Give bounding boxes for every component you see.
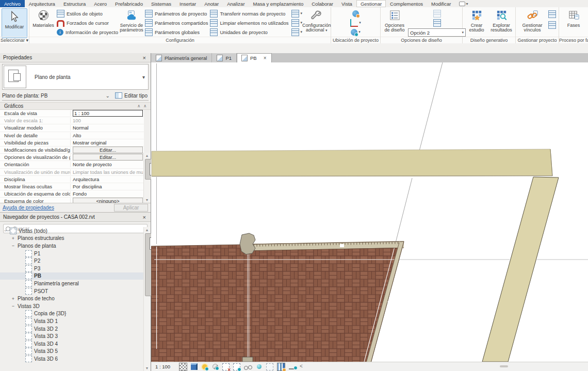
tree-expander[interactable] [11, 296, 15, 301]
panel-label-seleccionar[interactable]: Seleccionar ▾ [0, 37, 29, 43]
ribbon-tab[interactable]: Archivo [0, 0, 25, 7]
tree-item[interactable]: P1 [0, 250, 144, 257]
temporary-hide-isolate-icon[interactable] [244, 366, 248, 370]
ribbon-small-button[interactable]: ▾ [349, 18, 362, 27]
tree-item[interactable]: Vista 3D 4 [0, 340, 144, 348]
ribbon-tab[interactable]: Sistemas [147, 0, 175, 7]
ribbon-small-button[interactable]: ▾ [290, 27, 303, 37]
reveal-hidden-elements-icon[interactable] [257, 364, 262, 369]
properties-scrollbar[interactable]: ▲ ▼ [143, 153, 150, 203]
tree-expander[interactable] [11, 243, 15, 248]
ribbon-list-button[interactable]: Parámetros compartidos [145, 18, 208, 27]
design-option-pick-icon[interactable] [433, 19, 441, 27]
property-row[interactable]: Nivel de detalle Alto [0, 132, 144, 139]
scroll-up-icon[interactable]: ▲ [144, 227, 150, 233]
ribbon-list-button[interactable]: Estilos de objeto [57, 9, 118, 18]
ribbon-tab[interactable]: Analizar [223, 0, 249, 7]
shadows-icon[interactable] [213, 364, 218, 369]
property-row[interactable]: Ubicación de esquema de color Fondo [0, 190, 144, 198]
parameters-service-button[interactable]: Servicio de parámetros [119, 8, 144, 34]
tree-item[interactable]: Planos estructurales [0, 235, 144, 243]
visual-style-icon[interactable] [191, 363, 198, 370]
section-graficos[interactable]: Gráficos ∧∧ [0, 102, 151, 110]
manage-images-icon[interactable] [548, 10, 556, 18]
ribbon-small-button[interactable]: ▾ [350, 27, 362, 37]
materials-button[interactable]: Materiales [31, 8, 56, 29]
ribbon-tab[interactable]: Modificar [427, 0, 455, 7]
property-row[interactable]: Visualización de unión de muros Limpiar … [0, 169, 144, 176]
tree-item[interactable]: Vista 3D 3 [0, 332, 144, 340]
explore-outcomes-button[interactable]: Explorar resultados [489, 8, 514, 34]
type-selector[interactable]: Plano de planta ▾ [2, 64, 149, 90]
tree-item[interactable]: PSOT [0, 287, 144, 295]
ribbon-list-button[interactable]: Transferir normas de proyecto [210, 9, 288, 18]
tree-item[interactable]: Vista 3D 5 [0, 348, 144, 356]
phases-button[interactable]: Fases [561, 8, 586, 29]
view-tab[interactable]: PB × [237, 53, 272, 62]
decal-types-icon[interactable] [548, 21, 556, 29]
tree-item[interactable]: Planimetría general [0, 280, 144, 287]
tree-expander[interactable] [11, 236, 15, 241]
ribbon-list-button[interactable]: Información de proyecto [57, 27, 118, 37]
ribbon-tab[interactable]: Insertar [175, 0, 200, 7]
property-row[interactable]: Opciones de visualización de gr... Edita… [0, 154, 144, 161]
ribbon-list-button[interactable]: Parámetros globales [145, 27, 208, 37]
property-row[interactable]: Mostrar líneas ocultas Por disciplina [0, 183, 144, 190]
crop-view-icon[interactable] [222, 363, 230, 370]
ribbon-list-button[interactable]: Forzados de cursor [57, 18, 118, 27]
panel-label-fases[interactable]: Proceso por fases [559, 37, 588, 43]
temporary-view-properties-icon[interactable] [266, 363, 273, 370]
ribbon-tab[interactable]: Masa y emplazamiento [249, 0, 308, 7]
panel-label-generativo[interactable]: Diseño generativo [463, 37, 515, 43]
modify-button[interactable]: Modificar [2, 8, 27, 38]
property-row[interactable]: Visibilidad de piezas Mostrar original [0, 139, 144, 147]
edit-type-button[interactable]: Editar tipo [114, 92, 149, 99]
ribbon-list-button[interactable]: Parámetros de proyecto [145, 9, 208, 18]
apply-button[interactable]: Aplicar [114, 204, 148, 212]
tree-item[interactable]: Vista 3D 2 [0, 325, 144, 333]
ribbon-small-button[interactable]: ▾ [290, 9, 303, 18]
ribbon-tab[interactable]: Vista [337, 0, 356, 7]
view-tab[interactable]: P1 × [212, 53, 237, 62]
view-scale[interactable]: 1 : 100 [155, 364, 170, 369]
tree-item[interactable]: Planos de techo [0, 295, 144, 302]
ribbon-tab[interactable]: Arquitectura [25, 0, 59, 7]
design-options-button[interactable]: Opciones de diseño [382, 8, 407, 34]
property-row[interactable]: Modificaciones de visibilidad/g... Edita… [0, 147, 144, 154]
ribbon-list-button[interactable]: Limpiar elementos no utilizados [210, 18, 288, 27]
close-icon[interactable]: × [141, 55, 148, 61]
sun-path-icon[interactable] [202, 364, 207, 369]
collapse-view-bar-icon[interactable] [300, 363, 304, 370]
design-option-dropdown[interactable]: Opción 2▾ [408, 28, 466, 37]
property-row[interactable]: Disciplina Arquitectura [0, 176, 144, 183]
close-icon[interactable]: × [141, 214, 148, 220]
tree-item[interactable]: PB [0, 272, 144, 280]
manage-links-button[interactable]: Gestionar vínculos [517, 8, 547, 34]
scroll-up-icon[interactable]: ▲ [144, 153, 150, 158]
tree-expander[interactable] [3, 228, 8, 233]
floor-plan-view[interactable] [151, 62, 588, 362]
ribbon-display-toggle[interactable]: ▾ [455, 0, 472, 7]
ribbon-tab[interactable]: Acero [90, 0, 111, 7]
ribbon-tab[interactable]: Colaborar [307, 0, 337, 7]
panel-label-ubicacion[interactable]: Ubicación de proyecto [331, 37, 380, 43]
property-row[interactable]: Orientación Norte de proyecto [0, 161, 144, 168]
close-tab-icon[interactable]: × [264, 55, 267, 61]
tree-item[interactable]: Vista 3D 1 [0, 317, 144, 325]
properties-help-link[interactable]: Ayuda de propiedades [3, 205, 54, 211]
browser-scrollbar[interactable]: ▲ ▼ [143, 227, 150, 371]
instance-selector[interactable]: Plano de planta: PB ⌄ Editar tipo [2, 91, 149, 101]
ribbon-tab[interactable]: Complementos [386, 0, 427, 7]
tree-item[interactable]: Copia de {3D} [0, 310, 144, 318]
panel-label-opciones[interactable]: Opciones de diseño [381, 37, 462, 43]
tree-item[interactable]: P2 [0, 257, 144, 265]
panel-label-configuracion[interactable]: Configuración [29, 37, 331, 43]
tree-item[interactable]: Vistas 3D [0, 302, 144, 310]
ribbon-tab[interactable]: Anotar [200, 0, 223, 7]
panel-label-gestionar[interactable]: Gestionar proyecto [516, 37, 559, 43]
show-analytical-model-icon[interactable] [277, 363, 285, 371]
reveal-constraints-icon[interactable] [289, 364, 296, 369]
property-row[interactable]: Visualizar modelo Normal [0, 124, 144, 132]
tree-item[interactable]: Planos de planta [0, 242, 144, 250]
ribbon-small-button[interactable]: ▾ [351, 9, 360, 18]
